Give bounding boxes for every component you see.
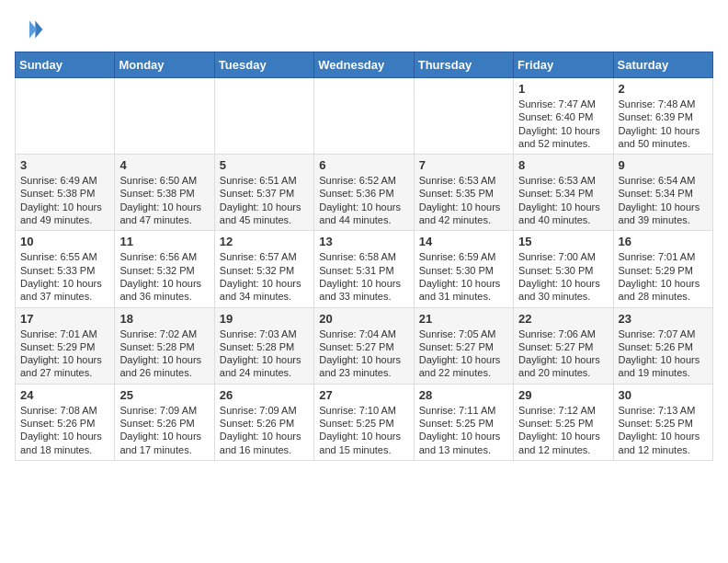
day-info: Sunset: 5:33 PM — [20, 264, 109, 277]
calendar-cell: 6Sunrise: 6:52 AMSunset: 5:36 PMDaylight… — [314, 155, 414, 231]
day-info: Sunrise: 7:06 AM — [518, 327, 608, 340]
day-info: Sunrise: 7:04 AM — [319, 327, 408, 340]
calendar-cell: 5Sunrise: 6:51 AMSunset: 5:37 PMDaylight… — [214, 155, 313, 231]
day-info: Sunrise: 6:53 AM — [419, 174, 508, 187]
day-info: Sunset: 5:37 PM — [220, 187, 309, 200]
calendar-cell: 30Sunrise: 7:13 AMSunset: 5:25 PMDayligh… — [613, 384, 712, 460]
calendar-cell — [314, 78, 414, 155]
calendar-cell: 9Sunrise: 6:54 AMSunset: 5:34 PMDaylight… — [613, 155, 712, 231]
day-info: Sunset: 5:32 PM — [220, 264, 309, 277]
day-number: 13 — [319, 235, 408, 248]
day-info: Sunset: 5:29 PM — [20, 340, 109, 353]
calendar-cell: 13Sunrise: 6:58 AMSunset: 5:31 PMDayligh… — [314, 231, 414, 307]
day-info: Sunrise: 7:47 AM — [518, 98, 608, 110]
day-info: Sunset: 5:28 PM — [220, 340, 309, 353]
day-info: Sunrise: 7:00 AM — [518, 250, 608, 263]
day-info: Sunrise: 6:51 AM — [220, 174, 309, 187]
day-header-saturday: Saturday — [613, 52, 712, 78]
day-info: Sunset: 5:25 PM — [619, 417, 708, 430]
day-number: 28 — [419, 388, 508, 402]
calendar-cell — [414, 78, 513, 155]
day-info: Sunrise: 7:02 AM — [119, 327, 209, 340]
calendar-week-1: 1Sunrise: 7:47 AMSunset: 6:40 PMDaylight… — [16, 78, 713, 155]
day-info: Daylight: 10 hours and 23 minutes. — [319, 353, 408, 380]
day-number: 21 — [419, 312, 508, 326]
day-info: Daylight: 10 hours and 36 minutes. — [119, 277, 209, 304]
day-info: Sunrise: 7:13 AM — [619, 404, 708, 417]
day-info: Daylight: 10 hours and 28 minutes. — [619, 277, 708, 304]
day-info: Sunrise: 6:54 AM — [619, 174, 708, 187]
day-info: Sunrise: 7:10 AM — [319, 404, 408, 417]
calendar-cell: 1Sunrise: 7:47 AMSunset: 6:40 PMDaylight… — [514, 78, 613, 155]
calendar-cell: 27Sunrise: 7:10 AMSunset: 5:25 PMDayligh… — [314, 384, 414, 460]
day-number: 27 — [319, 388, 408, 402]
day-info: Daylight: 10 hours and 26 minutes. — [119, 353, 209, 380]
day-info: Sunrise: 6:55 AM — [20, 250, 109, 263]
day-info: Sunset: 6:40 PM — [518, 110, 608, 123]
day-info: Sunset: 5:26 PM — [20, 417, 109, 430]
day-info: Daylight: 10 hours and 33 minutes. — [319, 277, 408, 304]
day-info: Daylight: 10 hours and 34 minutes. — [220, 277, 309, 304]
calendar-cell: 11Sunrise: 6:56 AMSunset: 5:32 PMDayligh… — [115, 231, 214, 307]
logo-icon — [15, 15, 44, 44]
calendar-cell: 8Sunrise: 6:53 AMSunset: 5:34 PMDaylight… — [514, 155, 613, 231]
day-info: Daylight: 10 hours and 30 minutes. — [518, 277, 608, 304]
day-info: Daylight: 10 hours and 42 minutes. — [419, 201, 508, 227]
calendar-cell: 26Sunrise: 7:09 AMSunset: 5:26 PMDayligh… — [214, 384, 313, 460]
day-number: 23 — [619, 312, 708, 326]
day-number: 9 — [619, 158, 708, 172]
day-info: Sunrise: 7:03 AM — [220, 327, 309, 340]
day-header-friday: Friday — [514, 52, 613, 78]
calendar-cell: 29Sunrise: 7:12 AMSunset: 5:25 PMDayligh… — [514, 384, 613, 460]
calendar-cell: 25Sunrise: 7:09 AMSunset: 5:26 PMDayligh… — [115, 384, 214, 460]
day-info: Sunset: 5:32 PM — [119, 264, 209, 277]
day-info: Sunset: 5:35 PM — [419, 187, 508, 200]
day-info: Sunrise: 6:57 AM — [220, 250, 309, 263]
day-info: Sunset: 5:30 PM — [518, 264, 608, 277]
day-info: Daylight: 10 hours and 31 minutes. — [419, 277, 508, 304]
calendar-cell: 2Sunrise: 7:48 AMSunset: 6:39 PMDaylight… — [613, 78, 712, 155]
day-info: Daylight: 10 hours and 44 minutes. — [319, 201, 408, 227]
day-info: Sunset: 5:38 PM — [20, 187, 109, 200]
day-info: Daylight: 10 hours and 47 minutes. — [119, 201, 209, 227]
day-header-monday: Monday — [115, 52, 214, 78]
day-info: Sunset: 6:39 PM — [619, 110, 708, 123]
day-info: Sunset: 5:27 PM — [419, 340, 508, 353]
day-info: Daylight: 10 hours and 16 minutes. — [220, 430, 309, 456]
day-info: Sunrise: 7:07 AM — [619, 327, 708, 340]
day-number: 10 — [20, 235, 109, 248]
day-header-thursday: Thursday — [414, 52, 513, 78]
day-info: Daylight: 10 hours and 19 minutes. — [619, 353, 708, 380]
day-number: 5 — [220, 158, 309, 172]
calendar-cell: 12Sunrise: 6:57 AMSunset: 5:32 PMDayligh… — [214, 231, 313, 307]
day-info: Sunrise: 7:11 AM — [419, 404, 508, 417]
day-info: Daylight: 10 hours and 27 minutes. — [20, 353, 109, 380]
day-info: Sunrise: 6:53 AM — [518, 174, 608, 187]
day-info: Sunrise: 7:05 AM — [419, 327, 508, 340]
calendar-cell: 22Sunrise: 7:06 AMSunset: 5:27 PMDayligh… — [514, 307, 613, 384]
day-number: 8 — [518, 158, 608, 172]
day-info: Sunrise: 7:12 AM — [518, 404, 608, 417]
day-info: Daylight: 10 hours and 20 minutes. — [518, 353, 608, 380]
calendar-cell: 7Sunrise: 6:53 AMSunset: 5:35 PMDaylight… — [414, 155, 513, 231]
day-number: 7 — [419, 158, 508, 172]
calendar: SundayMondayTuesdayWednesdayThursdayFrid… — [15, 52, 713, 461]
day-header-sunday: Sunday — [16, 52, 115, 78]
calendar-cell: 19Sunrise: 7:03 AMSunset: 5:28 PMDayligh… — [214, 307, 313, 384]
calendar-cell: 21Sunrise: 7:05 AMSunset: 5:27 PMDayligh… — [414, 307, 513, 384]
calendar-header-row: SundayMondayTuesdayWednesdayThursdayFrid… — [16, 52, 713, 78]
day-info: Sunset: 5:29 PM — [619, 264, 708, 277]
calendar-cell — [16, 78, 115, 155]
day-header-wednesday: Wednesday — [314, 52, 414, 78]
day-info: Sunset: 5:27 PM — [319, 340, 408, 353]
day-info: Sunrise: 7:09 AM — [220, 404, 309, 417]
day-info: Sunset: 5:26 PM — [220, 417, 309, 430]
day-number: 30 — [619, 388, 708, 402]
day-info: Sunrise: 6:49 AM — [20, 174, 109, 187]
day-info: Sunset: 5:34 PM — [619, 187, 708, 200]
calendar-cell: 3Sunrise: 6:49 AMSunset: 5:38 PMDaylight… — [16, 155, 115, 231]
day-number: 22 — [518, 312, 608, 326]
day-number: 3 — [20, 158, 109, 172]
day-info: Daylight: 10 hours and 24 minutes. — [220, 353, 309, 380]
day-number: 24 — [20, 388, 109, 402]
